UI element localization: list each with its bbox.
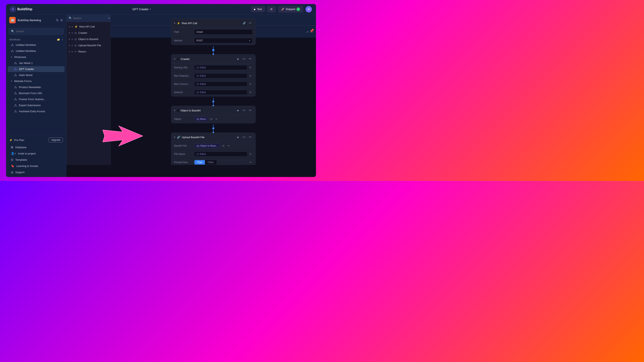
link-icon[interactable]: 🔗 (242, 21, 246, 25)
collapse-icon3[interactable]: ▾ (174, 109, 175, 112)
sidebar-item-untitled1[interactable]: Untitled Workflow (8, 42, 64, 48)
filter-icon[interactable]: ≡ (108, 16, 110, 20)
sidebar-item-showcase[interactable]: ▾ Showcase (8, 54, 64, 60)
play-action3[interactable]: ▶ (236, 135, 240, 140)
sidebar-item-support[interactable]: ◎ Support (8, 169, 64, 175)
edit-selector[interactable]: ✏ (248, 90, 252, 94)
more-icon[interactable]: ••• (248, 21, 252, 25)
svg-point-24 (15, 74, 16, 75)
database-icon: ⊞ (11, 146, 13, 149)
add-workflow-icon[interactable]: + (62, 38, 63, 41)
sort-icon[interactable]: ⇅ (56, 18, 58, 22)
sidebar-item-blurhash[interactable]: BlurHash From URL (8, 90, 64, 96)
selector-label: Selector (174, 91, 194, 94)
sidebar-item-gpt-crawler[interactable]: GPT Crawler (8, 66, 64, 72)
search-bar[interactable]: 🔍 (8, 28, 64, 34)
sidebar-item-jan-week1[interactable]: Jan Week 1 (8, 60, 64, 66)
svg-point-46 (16, 106, 17, 106)
node-list-item-object[interactable]: ◎ Object to Base64 (66, 36, 110, 42)
collapse-icon[interactable]: ▾ (174, 22, 175, 24)
collapse-icon2[interactable]: ▾ (174, 57, 175, 60)
sidebar-item-learning[interactable]: 🔖 Learning & Socials (8, 163, 64, 169)
base64-var[interactable]: (x) Object to Base... (194, 143, 220, 148)
sidebar-item-expert-submission[interactable]: Expert Submission (8, 102, 64, 108)
svg-point-35 (14, 93, 15, 94)
avatar[interactable]: U (306, 6, 312, 12)
method-select[interactable]: POST ▾ (194, 38, 252, 43)
canvas-area: + Add node ✨ 🔍 ≡ ⚡ (66, 14, 316, 177)
edit-base64[interactable]: ✏ (226, 144, 231, 148)
svg-line-28 (16, 75, 16, 75)
field-selector: Selector ƒx Editor ✏ (171, 88, 256, 96)
edit-prompt[interactable]: ✏ (248, 160, 252, 164)
upgrade-button[interactable]: Upgrade (48, 138, 63, 142)
svg-line-22 (15, 69, 16, 69)
sidebar-item-assistant[interactable]: Assistant Early Access (8, 108, 64, 114)
node-rest-api-call: ▾ ⚡ Rest API Call 🔗 ••• Path /crawl (171, 18, 256, 45)
folder-icon[interactable]: 📁 (57, 38, 60, 41)
edit-file-name[interactable]: ✏ (248, 152, 252, 156)
max-concurr-editor[interactable]: ƒx Editor (194, 82, 247, 86)
sidebar-item-product-newsletter[interactable]: Product Newsletter (8, 84, 64, 90)
svg-point-19 (15, 68, 16, 69)
code-action[interactable]: </> (242, 56, 246, 61)
code-action3[interactable]: </> (242, 135, 246, 140)
selector-value: ƒx Editor ✏ (194, 90, 252, 95)
starting-url-editor[interactable]: ƒx Editor (194, 65, 247, 70)
play-action[interactable]: ▶ (236, 56, 240, 61)
test-button[interactable]: ▶ Test (251, 6, 265, 12)
invite-label: Invite to project (18, 152, 36, 155)
selector-editor[interactable]: ƒx Editor (194, 90, 247, 95)
history-button[interactable]: ⟳ (267, 6, 276, 12)
false-option[interactable]: False (205, 160, 216, 164)
node-list-item-crawler[interactable]: ◎ Crawler (66, 30, 110, 36)
more-action2[interactable]: ••• (248, 108, 252, 113)
more-action3[interactable]: ••• (248, 135, 252, 140)
edit-object[interactable]: ✏ (214, 117, 218, 121)
sidebar-item-invite[interactable]: 👤+ Invite to project (8, 150, 64, 156)
collapse-icon4[interactable]: ▾ (174, 136, 175, 139)
max-request-editor[interactable]: ƒx Editor (194, 73, 247, 78)
file-name-editor[interactable]: ƒx Editor (194, 152, 247, 156)
path-input[interactable]: /crawl (194, 29, 252, 34)
svg-line-32 (15, 87, 16, 87)
node-list-item-rest-api[interactable]: ⚡ Rest API Call (66, 23, 110, 30)
sidebar-item-framer-form[interactable]: Framer Form Submis... (8, 96, 64, 102)
svg-point-4 (12, 44, 13, 45)
sidebar-item-website-forms[interactable]: ▾ Website Forms (8, 78, 64, 84)
play-action2[interactable]: ▶ (236, 108, 240, 113)
pin-icon[interactable]: 📌 (310, 28, 314, 33)
copy-base64[interactable]: ⊡ (222, 144, 226, 148)
workspace-icon: 🏢 (9, 17, 16, 23)
edit-max-concurr[interactable]: ✏ (248, 82, 252, 86)
workflow-title-area[interactable]: GPT Crawler ▾ (132, 8, 151, 11)
node-list-item-return[interactable]: ↩ Return (66, 48, 110, 55)
true-option[interactable]: True (194, 160, 205, 164)
code-action2[interactable]: </> (242, 108, 246, 113)
max-concurr-label: Max Concurr... (174, 83, 194, 85)
edit-starting-url[interactable]: ✏ (248, 65, 252, 70)
svg-point-41 (16, 99, 17, 100)
svg-point-30 (14, 87, 15, 88)
node-list-item-upload[interactable]: ◎ Upload Base64 File (66, 42, 110, 48)
sidebar-item-hello-world[interactable]: Hello World (8, 72, 64, 78)
sidebar-item-database[interactable]: ⊞ Database (8, 144, 64, 150)
edit-max-request[interactable]: ✏ (248, 74, 252, 78)
method-value: POST ▾ (194, 38, 252, 43)
rest-api-header-icon: ⚡ (177, 22, 180, 25)
copy-object[interactable]: ⊡ (209, 117, 213, 121)
sidebar: 🏢 BuildShip Marketing ⇅ ⚙ 🔍 Workflows 📁 … (6, 14, 66, 177)
sidebar-hello-world-label: Hello World (19, 74, 32, 77)
more-action[interactable]: ••• (248, 56, 252, 61)
svg-point-36 (16, 93, 17, 94)
svg-line-27 (15, 75, 16, 75)
shipped-button[interactable]: 🚀 Shipped ✓ (278, 6, 303, 12)
history-icon: ⟳ (270, 8, 273, 11)
settings-icon[interactable]: ⚙ (60, 18, 63, 22)
search-input[interactable] (16, 30, 61, 33)
sidebar-item-templates[interactable]: ⊡ Templates (8, 157, 64, 163)
app-name: BuildShip (17, 7, 32, 11)
object-var[interactable]: (x) Items (194, 117, 208, 121)
sidebar-item-untitled2[interactable]: Untitled Workflow (8, 48, 64, 54)
node-search-input[interactable] (73, 17, 107, 20)
